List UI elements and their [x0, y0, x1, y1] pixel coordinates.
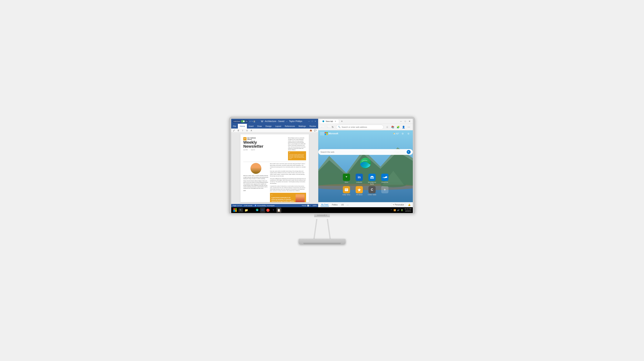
taskbar-task-view[interactable]: 🗂 [249, 208, 254, 213]
address-input[interactable] [342, 126, 382, 128]
browser-close-btn[interactable]: ✕ [408, 120, 411, 123]
address-bar[interactable]: 🔍 [336, 125, 384, 129]
word-minimize-btn[interactable]: — [308, 120, 310, 123]
word-titlebar-center: W Architecture - Saved — Taylor Phillips [261, 120, 302, 123]
news-tab-us[interactable]: US [340, 203, 344, 206]
taskbar-powerpoint[interactable]: 🔴 [266, 208, 270, 213]
tray-network[interactable]: 📶 [393, 209, 396, 212]
focus-btn[interactable]: Focus [302, 205, 306, 206]
taskbar-search[interactable]: 🔍 [238, 208, 243, 212]
app-all-about[interactable]: All About [353, 186, 365, 196]
quote-box-text: Community members getting to know each o… [289, 154, 305, 159]
app-onedrive[interactable]: OneDrive [379, 174, 390, 185]
tab-home[interactable]: Home [238, 124, 247, 129]
personalize-btn[interactable]: ✏ Personalize [391, 203, 406, 206]
all-about-icon [357, 188, 361, 192]
tab-layout[interactable]: Layout [274, 124, 283, 129]
tab-draw[interactable]: Draw [255, 124, 264, 129]
word-page: KT KEY TERRAINGROUP WeeklyNewsletter Jan… [240, 134, 309, 202]
weather-icon: ⛅ [393, 133, 396, 135]
browser-maximize-btn[interactable]: □ [404, 120, 407, 123]
browser-tab-newtab[interactable]: New tab ✕ [320, 119, 339, 124]
taskbar-edge-icon [256, 208, 259, 212]
comment-icon[interactable]: 💬 [314, 129, 317, 132]
taskbar-edge[interactable] [255, 208, 260, 213]
tab-design[interactable]: Design [264, 124, 274, 129]
nt-search-submit[interactable]: 🔍 [407, 150, 411, 154]
taskbar-file-explorer[interactable]: 📁 [244, 208, 249, 213]
ms-sq-yellow [326, 134, 328, 135]
taskbar-word[interactable]: W [260, 208, 265, 213]
share-icon[interactable]: 📤 [310, 129, 312, 132]
news-more-btn[interactable]: ··· [346, 203, 349, 206]
app-daily-story[interactable]: Daily Story [340, 186, 352, 196]
tray-chevron[interactable]: ^ [390, 209, 392, 212]
word-maximize-btn[interactable]: □ [311, 120, 314, 123]
autosave-toggle[interactable] [241, 120, 245, 122]
nt-settings-btn[interactable]: ⚙ [400, 131, 405, 136]
power-button[interactable] [324, 214, 326, 216]
ribbon-icon-2[interactable]: B [237, 129, 240, 132]
ribbon-icon-3[interactable]: I [241, 129, 244, 132]
start-button[interactable] [233, 208, 238, 213]
new-tab-button[interactable]: + [340, 119, 344, 124]
settings-btn[interactable]: ⋯ [406, 125, 411, 130]
browser-minimize-btn[interactable]: ─ [399, 120, 403, 123]
app-xbox[interactable]: Xbox [340, 174, 352, 185]
ms-logo[interactable]: Microsoft [325, 132, 338, 135]
tray-volume[interactable]: 🔊 [397, 209, 400, 212]
xbox-label: Xbox [345, 181, 348, 183]
tab-file[interactable]: File [231, 124, 238, 129]
body-text-4: I expected the number of interactions on… [270, 185, 306, 192]
clock-widget[interactable]: 11:11 AM 10/20/21 [404, 208, 411, 212]
app-linkedin[interactable]: in LinkedIn [353, 174, 365, 185]
app-chefs-table[interactable]: C Chefs Table [366, 186, 378, 196]
nt-customize-btn[interactable]: ⚙ [406, 131, 411, 136]
nt-search-box[interactable]: 🔍 [318, 149, 413, 155]
clock-date: 10/20/21 [404, 210, 411, 212]
tab-close-btn[interactable]: ✕ [334, 120, 337, 123]
logo-text: KEY TERRAINGROUP [247, 137, 256, 140]
ms-sq-red [325, 132, 326, 133]
tab-help[interactable]: Help [326, 124, 334, 129]
woodgrove-label: Woodgrove Bank [366, 181, 378, 185]
autosave-on: On [246, 120, 248, 122]
news-tab-myfeed[interactable]: My Feed [320, 203, 329, 206]
quote-box: " Community members getting to know each… [288, 151, 306, 160]
taskbar-teams[interactable]: T [271, 208, 276, 213]
tab-review[interactable]: Review [308, 124, 318, 129]
new-tab-page: Microsoft ⛅ 62° ⚙ [318, 130, 413, 207]
tab-view[interactable]: View [318, 124, 326, 129]
app-woodgrove[interactable]: Woodgrove Bank [366, 174, 378, 185]
extensions-btn[interactable]: 🧩 [396, 125, 400, 130]
tray-battery[interactable]: 🔋 [400, 209, 404, 212]
weather-widget[interactable]: ⛅ 62° [393, 133, 399, 135]
browser-window: New tab ✕ + ─ □ ✕ ← [318, 119, 413, 207]
nt-apps-grid-btn[interactable] [320, 132, 324, 135]
nt-search-input[interactable] [320, 151, 405, 153]
ribbon-icon-5[interactable]: A [250, 129, 253, 132]
apps-dot-8 [322, 135, 322, 135]
tab-references[interactable]: References [283, 124, 297, 129]
view-icons: 📄 ≡ [307, 205, 310, 206]
ribbon-icon-1[interactable]: 🖊 [233, 129, 236, 132]
tab-insert[interactable]: Insert [247, 124, 256, 129]
favorites-btn[interactable]: ☆ [385, 125, 390, 130]
taskbar-active-app[interactable]: 📋 [276, 208, 281, 213]
profile-btn[interactable]: 👤 [401, 125, 406, 130]
browser-win-buttons: ─ □ ✕ [399, 120, 411, 123]
news-tab-politics[interactable]: Politics [331, 203, 338, 206]
personalize-icon: ✏ [393, 204, 394, 206]
word-close-btn[interactable]: ✕ [314, 120, 317, 123]
newsletter-header: KT KEY TERRAINGROUP WeeklyNewsletter Jan… [243, 137, 306, 160]
word-titlebar-right: — □ ✕ [308, 120, 317, 123]
tab-mailings[interactable]: Mailings [297, 124, 308, 129]
notification-bell[interactable]: 🔔 [408, 204, 411, 206]
app-add[interactable]: + [379, 186, 390, 196]
ribbon-icon-4[interactable]: U [246, 129, 248, 132]
collections-btn[interactable]: 📚 [390, 125, 395, 130]
page-info-text: Page 2 of 10 [233, 205, 242, 206]
accessibility-status[interactable]: ♿ Accessibility: Investigate [254, 205, 275, 206]
page-info: Page 2 of 10 [233, 205, 242, 206]
zoom-control: Focus 📄 ≡ 100% [302, 205, 317, 206]
